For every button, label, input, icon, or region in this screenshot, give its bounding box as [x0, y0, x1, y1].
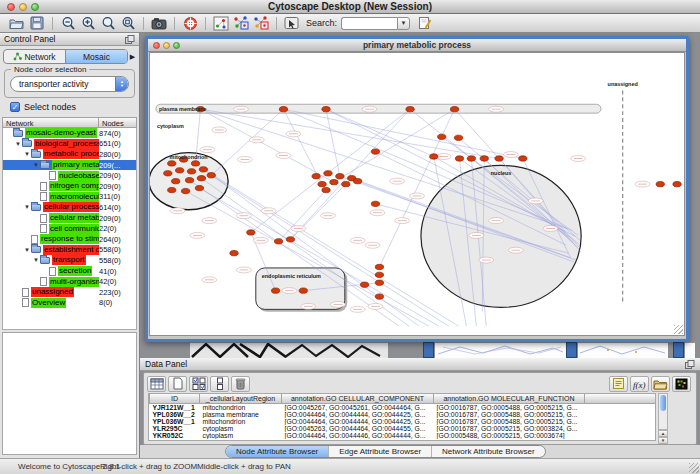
- network-node[interactable]: [360, 282, 368, 287]
- import-attributes-icon[interactable]: [609, 376, 628, 392]
- network-tree-body[interactable]: mosaic-demo-yeast874(0)▼biological_proce…: [2, 128, 137, 330]
- tab-overflow-icon[interactable]: ▶: [128, 53, 137, 61]
- tab-network-attribute-browser[interactable]: Network Attribute Browser: [431, 446, 544, 457]
- tab-edge-attribute-browser[interactable]: Edge Attribute Browser: [328, 446, 431, 457]
- float-panel-icon[interactable]: [685, 355, 695, 373]
- tree-row[interactable]: ▼biological_process651(0): [3, 139, 136, 150]
- tree-row[interactable]: secretion41(0): [3, 266, 136, 277]
- network-node[interactable]: [318, 181, 326, 186]
- tree-row[interactable]: multi-organism pro42(0): [3, 276, 136, 287]
- attr-table-row[interactable]: YPL036W__1mitochondrion[GO:0044464, GO:0…: [150, 418, 656, 425]
- network-node[interactable]: [286, 237, 294, 242]
- network-view-window[interactable]: primary metabolic process plasma membran…: [145, 36, 689, 342]
- network-node[interactable]: [299, 288, 307, 293]
- network-node[interactable]: [199, 167, 207, 172]
- network-node[interactable]: [274, 239, 282, 244]
- network-node[interactable]: [168, 161, 176, 166]
- search-dropdown-icon[interactable]: ▼: [397, 17, 410, 30]
- network-node[interactable]: [279, 107, 287, 112]
- network-node[interactable]: [197, 176, 205, 181]
- network-node[interactable]: [230, 250, 238, 255]
- attribute-table[interactable]: ID_cellularLayoutRegionannotation.GO CEL…: [148, 393, 656, 441]
- tree-row[interactable]: cellular metabo209(0): [3, 213, 136, 224]
- network-node[interactable]: [191, 161, 199, 166]
- disclosure-triangle-icon[interactable]: ▼: [23, 151, 31, 157]
- zoom-fit-icon[interactable]: [98, 15, 118, 32]
- annotation-icon[interactable]: [282, 15, 302, 32]
- table-mode-icon[interactable]: [147, 376, 166, 392]
- tree-row[interactable]: Overview8(0): [3, 298, 136, 309]
- unselect-attributes-icon[interactable]: [210, 376, 229, 392]
- network-node[interactable]: [187, 169, 195, 174]
- tree-row[interactable]: ▼transport558(0): [3, 255, 136, 266]
- node-color-dropdown[interactable]: transporter activity ▲▼: [10, 76, 129, 92]
- network-node[interactable]: [480, 156, 488, 161]
- tree-row[interactable]: nucleobase-209(0): [3, 170, 136, 181]
- dropdown-stepper-icon[interactable]: ▲▼: [115, 77, 128, 91]
- attr-col-header[interactable]: annotation.GO MOLECULAR_FUNCTION: [434, 394, 585, 403]
- search-combobox[interactable]: ▼: [341, 17, 410, 30]
- background-window-fragment[interactable]: [190, 342, 388, 358]
- attr-col-header[interactable]: _cellularLayoutRegion: [200, 394, 282, 403]
- new-attribute-icon[interactable]: [168, 376, 187, 392]
- search-input[interactable]: [341, 17, 397, 30]
- tree-row[interactable]: response to stimulu264(0): [3, 234, 136, 245]
- tree-row[interactable]: ▼metabolic process280(0): [3, 149, 136, 160]
- help-icon[interactable]: [180, 15, 200, 32]
- disclosure-triangle-icon[interactable]: ▼: [23, 204, 31, 210]
- tab-network[interactable]: Network: [4, 50, 65, 63]
- attr-table-row[interactable]: YKR052Ccytoplasm[GO:0044464, GO:0044446,…: [150, 432, 656, 439]
- zoom-selected-icon[interactable]: [118, 15, 138, 32]
- app-resize-grip[interactable]: [689, 463, 699, 473]
- network-edge[interactable]: [279, 190, 326, 241]
- vizmapper-edges-icon[interactable]: [251, 15, 271, 32]
- attr-table-row[interactable]: YJR121W__1mitochondrion[GO:0045267, GO:0…: [150, 403, 656, 411]
- background-window-fragment[interactable]: [435, 342, 566, 358]
- network-node[interactable]: [181, 188, 189, 193]
- tree-row[interactable]: unassigned223(0): [3, 287, 136, 298]
- network-node[interactable]: [406, 107, 414, 112]
- network-node[interactable]: [185, 178, 193, 183]
- disclosure-triangle-icon[interactable]: ▼: [32, 162, 40, 168]
- tree-col-network[interactable]: Network: [2, 117, 99, 128]
- network-node[interactable]: [312, 174, 320, 179]
- scroll-up-icon[interactable]: ▲: [658, 430, 668, 437]
- open-attribute-file-icon[interactable]: [651, 376, 670, 392]
- attr-table-row[interactable]: YPL036W__2plasma membrane[GO:0044464, GO…: [150, 411, 656, 418]
- network-node[interactable]: [271, 288, 279, 293]
- network-canvas-svg[interactable]: plasma membranecytoplasmmitochondrionnuc…: [150, 53, 684, 335]
- tree-row[interactable]: mosaic-demo-yeast874(0): [3, 128, 136, 139]
- network-node[interactable]: [322, 107, 330, 112]
- network-canvas[interactable]: plasma membranecytoplasmmitochondrionnuc…: [149, 52, 685, 336]
- save-icon[interactable]: [27, 15, 47, 32]
- network-node[interactable]: [375, 280, 383, 285]
- background-window-fragment[interactable]: [423, 342, 434, 358]
- network-node[interactable]: [467, 156, 475, 161]
- network-node[interactable]: [324, 171, 332, 176]
- tree-row[interactable]: ▼cellular process614(0): [3, 202, 136, 213]
- plugins-icon[interactable]: [211, 15, 231, 32]
- network-edge[interactable]: [211, 109, 283, 175]
- network-node[interactable]: [336, 174, 344, 179]
- network-node[interactable]: [164, 171, 172, 176]
- network-node[interactable]: [495, 156, 503, 161]
- tree-row[interactable]: ▼establishment of lo558(0): [3, 245, 136, 256]
- network-node[interactable]: [322, 187, 330, 192]
- zoom-out-icon[interactable]: [58, 15, 78, 32]
- tree-row[interactable]: cell communicat22(0): [3, 223, 136, 234]
- network-node[interactable]: [450, 107, 458, 112]
- network-node[interactable]: [247, 230, 255, 235]
- network-node[interactable]: [172, 179, 180, 184]
- network-node[interactable]: [519, 156, 527, 161]
- float-panel-icon[interactable]: [125, 30, 135, 48]
- matrix-icon[interactable]: [672, 376, 691, 392]
- window-resize-grip[interactable]: [674, 325, 683, 334]
- attr-col-header[interactable]: ID: [150, 394, 200, 403]
- network-node[interactable]: [176, 168, 184, 173]
- snapshot-icon[interactable]: [149, 15, 169, 32]
- network-node[interactable]: [330, 180, 338, 185]
- select-nodes-checkbox[interactable]: ✓: [10, 102, 20, 112]
- tab-node-attribute-browser[interactable]: Node Attribute Browser: [226, 446, 328, 457]
- birdseye-view-panel[interactable]: [2, 332, 137, 455]
- network-node[interactable]: [195, 185, 203, 190]
